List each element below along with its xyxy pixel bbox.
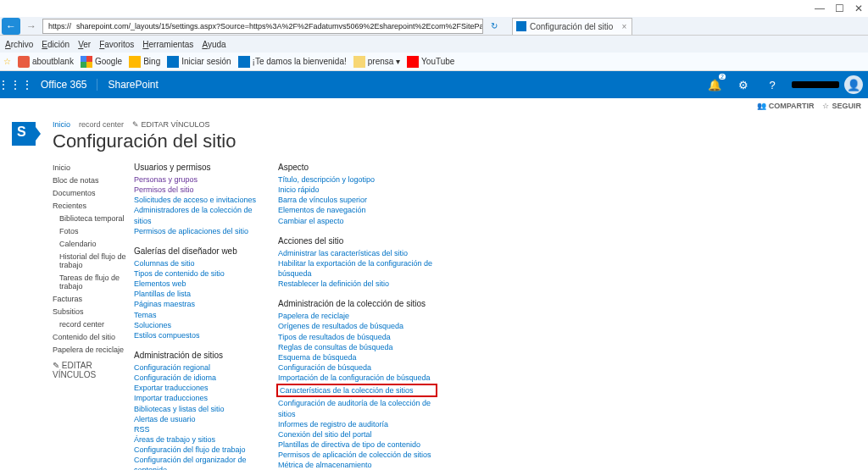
settings-link[interactable]: Configuración del flujo de trabajo	[134, 445, 266, 455]
settings-link[interactable]: Habilitar la exportación de la configura…	[278, 258, 436, 279]
settings-link[interactable]: RSS	[134, 424, 266, 434]
settings-link[interactable]: Personas y grupos	[134, 174, 266, 185]
leftnav-item[interactable]: Papelera de reciclaje	[53, 345, 129, 355]
back-button[interactable]: ←	[2, 18, 20, 35]
settings-link[interactable]: Barra de vínculos superior	[278, 195, 436, 205]
cat-site-administration: Administración de sitios	[134, 351, 266, 360]
settings-link[interactable]: Tipos de contenido de sitio	[134, 268, 266, 279]
share-button[interactable]: 👥 COMPARTIR	[757, 102, 815, 110]
ie-menu-item[interactable]: Ayuda	[202, 40, 225, 49]
settings-link[interactable]: Temas	[134, 310, 266, 320]
settings-link[interactable]: Orígenes de resultados de búsqueda	[278, 321, 436, 331]
crumb-home[interactable]: Inicio	[53, 120, 70, 129]
suite-sharepoint-label[interactable]: SharePoint	[97, 79, 168, 91]
settings-link[interactable]: Configuración de búsqueda	[278, 362, 436, 373]
settings-link[interactable]: Configuración de idioma	[134, 373, 266, 383]
avatar: 👤	[844, 75, 863, 94]
ie-menu-item[interactable]: Archivo	[5, 40, 33, 49]
settings-link[interactable]: Permisos del sitio	[134, 185, 266, 195]
settings-link[interactable]: Alertas de usuario	[134, 414, 266, 424]
settings-link[interactable]: Bibliotecas y listas del sitio	[134, 404, 266, 414]
cat-site-actions: Acciones del sitio	[278, 236, 436, 246]
user-menu[interactable]: 👤	[787, 71, 868, 98]
settings-link[interactable]: Elementos de navegación	[278, 205, 436, 215]
leftnav-item[interactable]: Facturas	[53, 294, 129, 304]
window-min[interactable]: —	[815, 3, 825, 14]
settings-link[interactable]: Estilos compuestos	[134, 330, 266, 340]
leftnav-item[interactable]: record center	[53, 319, 129, 329]
tab-close-icon[interactable]: ×	[621, 22, 626, 31]
settings-link[interactable]: Exportar traducciones	[134, 383, 266, 393]
favorites-star-icon[interactable]: ☆	[3, 57, 11, 66]
settings-gear-icon[interactable]: ⚙	[729, 71, 758, 98]
settings-link[interactable]: Administrar las características del siti…	[278, 248, 436, 258]
notifications-icon[interactable]: 🔔2	[700, 71, 729, 98]
window-close[interactable]: ✕	[854, 3, 863, 14]
settings-link[interactable]: Inicio rápido	[278, 185, 436, 195]
settings-link[interactable]: Reglas de consultas de búsqueda	[278, 342, 436, 352]
sharepoint-logo[interactable]: S	[12, 122, 36, 146]
settings-link[interactable]: Plantillas de directiva de tipo de conte…	[278, 440, 436, 450]
settings-link[interactable]: Tipos de resultados de búsqueda	[278, 332, 436, 342]
settings-link[interactable]: Conexión del sitio del portal	[278, 429, 436, 440]
edit-links[interactable]: ✎ EDITAR VÍNCULOS	[132, 120, 209, 129]
settings-link[interactable]: Restablecer la definición del sitio	[278, 279, 436, 289]
help-icon[interactable]: ?	[758, 71, 787, 98]
follow-button[interactable]: ☆ SEGUIR	[822, 102, 861, 110]
leftnav-edit-links[interactable]: ✎ EDITAR VÍNCULOS	[53, 361, 129, 379]
leftnav-item[interactable]: Inicio	[53, 163, 129, 173]
settings-link[interactable]: Configuración del organizador de conteni…	[134, 455, 266, 470]
leftnav-item[interactable]: Calendario	[53, 239, 129, 249]
suite-o365-label[interactable]: Office 365	[31, 79, 97, 91]
settings-link[interactable]: Importar traducciones	[134, 393, 266, 403]
leftnav-item[interactable]: Contenido del sitio	[53, 332, 129, 342]
settings-link[interactable]: Características de la colección de sitio…	[280, 385, 434, 395]
leftnav-item[interactable]: Fotos	[53, 226, 129, 236]
settings-link[interactable]: Permisos de aplicaciones del sitio	[134, 226, 266, 236]
leftnav-item[interactable]: Biblioteca temporal	[53, 213, 129, 224]
settings-link[interactable]: Configuración regional	[134, 362, 266, 373]
ie-menu-item[interactable]: Herramientas	[142, 40, 193, 49]
ie-menu-item[interactable]: Favoritos	[99, 40, 134, 49]
settings-link[interactable]: Solicitudes de acceso e invitaciones	[134, 195, 266, 205]
favorite-link[interactable]: YouTube	[407, 56, 454, 68]
favorite-link[interactable]: ¡Te damos la bienvenida!	[238, 56, 347, 68]
settings-link[interactable]: Permisos de aplicación de colección de s…	[278, 450, 436, 460]
leftnav-item[interactable]: Recientes	[53, 201, 129, 211]
url-field[interactable]: https:// sharepoint.com/_layouts/15/sett…	[42, 19, 483, 34]
browser-tab[interactable]: Configuración del sitio ×	[512, 18, 632, 35]
crumb-record-center[interactable]: record center	[79, 120, 124, 129]
settings-link[interactable]: Esquema de búsqueda	[278, 352, 436, 362]
leftnav-item[interactable]: Historial del flujo de trabajo	[53, 252, 129, 270]
settings-link[interactable]: Áreas de trabajo y sitios	[134, 434, 266, 445]
favorite-link[interactable]: Google	[81, 56, 122, 68]
settings-link[interactable]: Columnas de sitio	[134, 258, 266, 268]
window-max[interactable]: ☐	[835, 3, 844, 14]
favorite-link[interactable]: Iniciar sesión	[167, 56, 231, 68]
leftnav-item[interactable]: Bloc de notas	[53, 175, 129, 185]
ie-menu-item[interactable]: Ver	[78, 40, 91, 49]
settings-link[interactable]: Elementos web	[134, 279, 266, 289]
settings-link[interactable]: Plantillas de lista	[134, 289, 266, 299]
settings-link[interactable]: Métrica de almacenamiento	[278, 460, 436, 470]
favorite-link[interactable]: Bing	[129, 56, 160, 68]
leftnav-item[interactable]: Documentos	[53, 188, 129, 198]
ie-menu-item[interactable]: Edición	[42, 40, 70, 49]
settings-link[interactable]: Cambiar el aspecto	[278, 216, 436, 226]
settings-link[interactable]: Título, descripción y logotipo	[278, 174, 436, 185]
leftnav-item[interactable]: Tareas de flujo de trabajo	[53, 273, 129, 291]
settings-link[interactable]: Soluciones	[134, 320, 266, 330]
settings-link[interactable]: Configuración de auditoría de la colecci…	[278, 398, 436, 418]
favorite-link[interactable]: aboutblank	[18, 56, 74, 68]
settings-link[interactable]: Papelera de reciclaje	[278, 311, 436, 321]
page-actions-bar: 👥 COMPARTIR ☆ SEGUIR	[0, 98, 868, 113]
app-launcher-icon[interactable]: ⋮⋮⋮	[0, 71, 31, 98]
leftnav-item[interactable]: Subsitios	[53, 307, 129, 317]
settings-link[interactable]: Informes de registro de auditoría	[278, 419, 436, 429]
forward-button[interactable]: →	[22, 18, 41, 35]
refresh-button[interactable]: ↻	[485, 18, 504, 35]
favorite-link[interactable]: prensa ▾	[353, 56, 400, 68]
settings-link[interactable]: Páginas maestras	[134, 299, 266, 309]
settings-link[interactable]: Importación de la configuración de búsqu…	[278, 373, 436, 383]
settings-link[interactable]: Administradores de la colección de sitio…	[134, 205, 266, 225]
